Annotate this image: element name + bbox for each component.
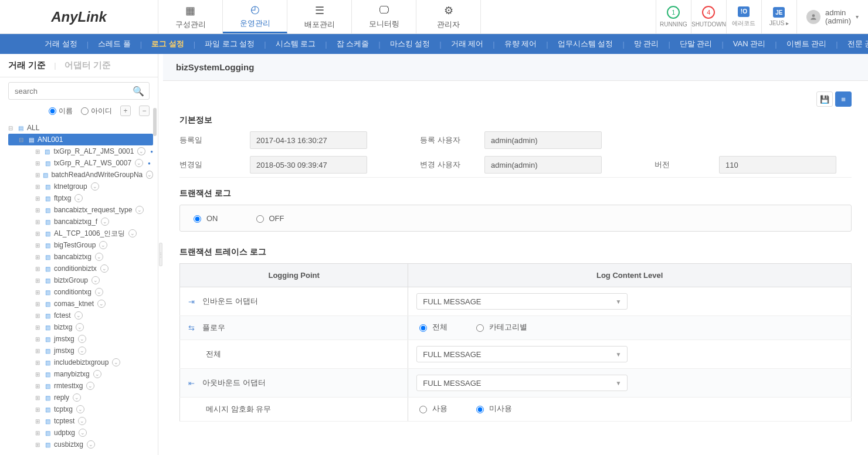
user-menu[interactable]: admin (admin) ▾	[796, 0, 868, 33]
tree-node[interactable]: ⊞▧manybiztxg⌄	[8, 368, 153, 380]
chevron-down-icon[interactable]: ⌄	[95, 288, 103, 296]
chevron-down-icon[interactable]: ⌄	[128, 229, 137, 237]
chevron-down-icon[interactable]: ⌄	[135, 159, 143, 167]
search-input[interactable]	[13, 86, 133, 96]
tree-node[interactable]: ⊞▧reply⌄	[8, 392, 153, 403]
list-button[interactable]: ≡	[835, 91, 852, 107]
chevron-down-icon[interactable]: ⌄	[146, 171, 153, 179]
tree-node[interactable]: ⊞▧jmstxg⌄	[8, 333, 153, 345]
subnav-item[interactable]: 로그 설정	[148, 39, 188, 49]
splitter[interactable]: ⋮	[158, 54, 163, 455]
tree-node[interactable]: ⊞▧txGrp_R_AL7_WS_0007⌄●	[8, 157, 153, 169]
subnav-item[interactable]: VAN 관리	[730, 39, 769, 49]
chevron-down-icon[interactable]: ⌄	[74, 311, 83, 320]
tab-monitoring[interactable]: 🖵 모니터링	[352, 0, 416, 33]
subnav-item[interactable]: 거래 제어	[447, 39, 487, 49]
subnav-item[interactable]: 전문 공유	[844, 39, 868, 49]
subnav-item[interactable]: 마스킹 설정	[386, 39, 434, 49]
tree-node[interactable]: ⊞▧AL_TCP_1006_인코딩⌄	[8, 228, 153, 239]
scrollbar-thumb[interactable]	[153, 108, 157, 136]
chevron-down-icon[interactable]: ⌄	[73, 393, 81, 402]
tree-node[interactable]: ⊞▧batchReadAndWriteGroupNa⌄	[8, 169, 153, 181]
chevron-down-icon[interactable]: ⌄	[100, 264, 108, 273]
chevron-down-icon[interactable]: ⌄	[91, 182, 99, 191]
chevron-down-icon[interactable]: ⌄	[95, 253, 103, 261]
chevron-down-icon[interactable]: ⌄	[78, 335, 86, 343]
chevron-down-icon[interactable]: ⌄	[76, 323, 84, 331]
enc-use[interactable]: 사용	[416, 403, 447, 414]
side-tab-trade[interactable]: 거래 기준	[8, 60, 46, 71]
select-inbound[interactable]: FULL MESSAGE ▼	[416, 293, 628, 310]
tab-deploy[interactable]: ☰ 배포관리	[287, 0, 352, 33]
subnav-item[interactable]: 잡 스케줄	[333, 39, 373, 49]
chevron-down-icon[interactable]: ⌄	[76, 405, 84, 413]
tab-config[interactable]: ▦ 구성관리	[158, 0, 223, 33]
subnav-item[interactable]: 단말 관리	[676, 39, 716, 49]
collapse-button[interactable]: −	[139, 106, 150, 116]
chevron-down-icon[interactable]: ⌄	[93, 370, 101, 378]
tree-node[interactable]: ⊟▤ANL001	[8, 134, 153, 145]
chevron-down-icon[interactable]: ⌄	[101, 218, 109, 226]
tree-node[interactable]: ⊞▧ktnetgroup⌄	[8, 181, 153, 192]
tree-node[interactable]: ⊞▧cusbiztxg⌄	[8, 439, 153, 450]
tab-operation[interactable]: ◴ 운영관리	[223, 0, 287, 33]
chevron-down-icon[interactable]: ⌄	[99, 241, 107, 249]
chevron-down-icon[interactable]: ⌄	[78, 417, 86, 425]
select-outbound[interactable]: FULL MESSAGE ▼	[416, 375, 628, 391]
tree-node[interactable]: ⊞▧comas_ktnet⌄	[8, 298, 153, 310]
side-tab-adapter[interactable]: 어댑터 기준	[65, 60, 111, 71]
subnav-item[interactable]: 거래 설정	[41, 39, 81, 49]
subnav-item[interactable]: 파일 로그 설정	[201, 39, 258, 49]
tree-node[interactable]: ⊞▧rmtesttxg⌄	[8, 380, 153, 392]
chevron-down-icon[interactable]: ⌄	[78, 347, 86, 355]
tree-node[interactable]: ⊞▧biztxGroup⌄	[8, 274, 153, 286]
radio-id[interactable]: 아이디	[81, 106, 112, 116]
chevron-down-icon[interactable]: ⌄	[86, 382, 94, 390]
select-flow[interactable]: FULL MESSAGE ▼	[416, 346, 628, 362]
tree-node[interactable]: ⊞▧txGrp_R_AL7_JMS_0001⌄●	[8, 145, 153, 157]
flow-all[interactable]: 전체	[416, 322, 447, 332]
subnav-item[interactable]: 망 관리	[630, 39, 663, 49]
tree-node[interactable]: ⊞▧ftptxg⌄	[8, 192, 153, 204]
search-icon[interactable]: 🔍	[133, 86, 144, 97]
status-shutdown[interactable]: 4 SHUTDOWN	[691, 0, 726, 33]
tree-node[interactable]: ⊞▧conditionbiztx⌄	[8, 263, 153, 274]
chevron-down-icon[interactable]: ⌄	[137, 147, 145, 155]
tree-node[interactable]: ⊞▧tcptxg⌄	[8, 403, 153, 415]
chevron-down-icon[interactable]: ⌄	[97, 300, 106, 308]
status-jeus[interactable]: JE JEUS ▸	[761, 0, 796, 33]
tree-node[interactable]: ⊞▧conditiontxg⌄	[8, 286, 153, 298]
flow-category[interactable]: 카테고리별	[473, 322, 527, 332]
tree-node[interactable]: ⊞▧fctest⌄	[8, 310, 153, 321]
tree-node[interactable]: ⊞▧bigTestGroup⌄	[8, 239, 153, 251]
chevron-down-icon[interactable]: ⌄	[91, 276, 100, 284]
tree-node[interactable]: ⊞▧udptxg⌄	[8, 427, 153, 439]
txlog-on[interactable]: ON	[191, 213, 218, 223]
tree-node[interactable]: ⊞▧biztxg⌄	[8, 321, 153, 333]
subnav-item[interactable]: 이벤트 관리	[783, 39, 830, 49]
tree-node[interactable]: ⊞▧includebiztxgroup⌄	[8, 356, 153, 368]
chevron-down-icon[interactable]: ⌄	[79, 429, 87, 437]
subnav-item[interactable]: 업무시스템 설정	[554, 39, 617, 49]
tree-node[interactable]: ⊞▧bancabiztxg_f⌄	[8, 216, 153, 228]
subnav-item[interactable]: 스레드 풀	[94, 39, 134, 49]
tree-node[interactable]: ⊞▧bancabiztxg⌄	[8, 251, 153, 263]
search-box[interactable]: 🔍	[8, 82, 150, 100]
tree-node[interactable]: ⊞▧bancabiztx_request_type⌄	[8, 204, 153, 216]
status-running[interactable]: 1 RUNNING	[656, 0, 691, 33]
txlog-off[interactable]: OFF	[253, 213, 284, 223]
subnav-item[interactable]: 시스템 로그	[272, 39, 320, 49]
expand-button[interactable]: +	[120, 106, 131, 116]
status-errorcode[interactable]: !O 에러코드	[726, 0, 761, 33]
chevron-down-icon[interactable]: ⌄	[135, 206, 144, 214]
enc-no[interactable]: 미사용	[473, 403, 512, 414]
tree-node[interactable]: ⊟▤ALL	[8, 122, 153, 134]
save-button[interactable]: 💾	[816, 91, 833, 107]
tab-admin[interactable]: ⚙ 관리자	[416, 0, 481, 33]
tree-node[interactable]: ⊞▧jmstxg⌄	[8, 345, 153, 356]
chevron-down-icon[interactable]: ⌄	[87, 440, 95, 449]
subnav-item[interactable]: 유량 제어	[501, 39, 541, 49]
chevron-down-icon[interactable]: ⌄	[112, 358, 120, 366]
radio-name[interactable]: 이름	[49, 106, 73, 116]
chevron-down-icon[interactable]: ⌄	[74, 194, 83, 202]
